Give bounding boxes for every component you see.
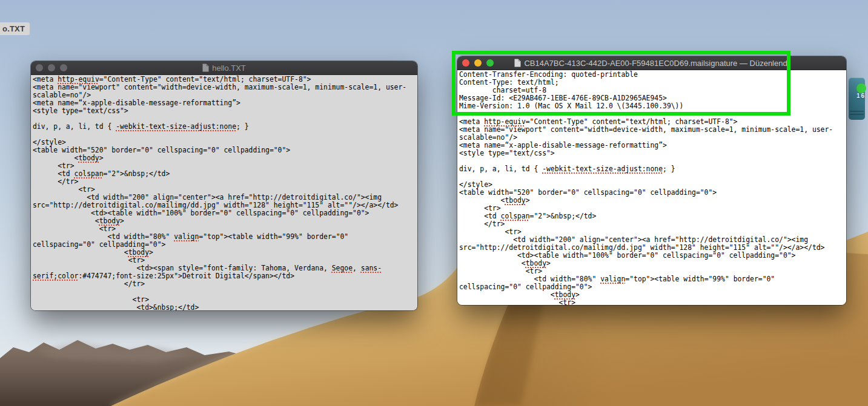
text-editor-content[interactable]: <meta http-equiv="Content-Type" content=… xyxy=(31,75,417,310)
green-status-dot xyxy=(856,83,866,93)
window-title: hello.TXT xyxy=(212,64,246,73)
window-controls xyxy=(462,59,494,67)
hello-txt-titlebar[interactable]: hello.TXT xyxy=(31,61,417,75)
document-icon xyxy=(514,59,521,67)
hello-txt-window: hello.TXT <meta http-equiv="Content-Type… xyxy=(31,61,417,310)
close-button[interactable] xyxy=(462,59,469,67)
zoom-button[interactable] xyxy=(60,64,67,71)
window-title: CB14A7BC-413C-442D-AE00-F59481EC0D69.mai… xyxy=(524,59,789,68)
icon-slat xyxy=(850,111,864,112)
mailsignature-window: CB14A7BC-413C-442D-AE00-F59481EC0D69.mai… xyxy=(457,56,846,305)
minimize-button[interactable] xyxy=(48,64,55,71)
mailsignature-titlebar[interactable]: CB14A7BC-413C-442D-AE00-F59481EC0D69.mai… xyxy=(457,56,846,70)
document-icon xyxy=(202,64,209,72)
window-controls xyxy=(36,64,67,71)
icon-slat xyxy=(850,114,864,115)
close-button[interactable] xyxy=(36,64,43,71)
minimize-button[interactable] xyxy=(474,59,482,67)
text-editor-content[interactable]: Content-Transfer-Encoding: quoted-printa… xyxy=(457,70,846,305)
desktop: o.TXT hello.TXT <meta http-equiv="Conten… xyxy=(0,0,868,406)
zoom-button[interactable] xyxy=(486,59,494,67)
desktop-file-label[interactable]: o.TXT xyxy=(0,22,30,35)
icon-badge-count: 16 xyxy=(856,93,866,99)
